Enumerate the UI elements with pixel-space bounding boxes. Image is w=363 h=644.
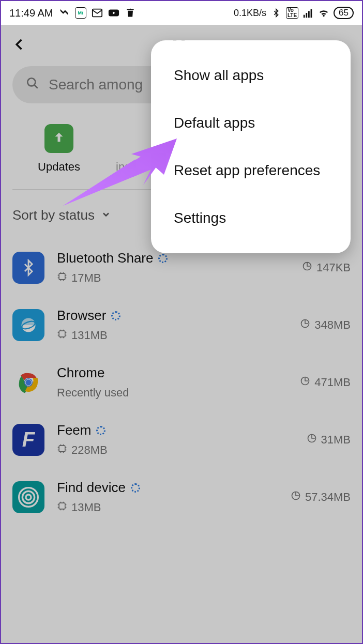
signal-icon xyxy=(303,7,314,19)
menu-default-apps[interactable]: Default apps xyxy=(151,99,351,147)
svg-rect-5 xyxy=(311,9,312,18)
overflow-menu: Show all apps Default apps Reset app pre… xyxy=(151,40,351,253)
battery-indicator: 65 xyxy=(334,7,354,19)
menu-show-all-apps[interactable]: Show all apps xyxy=(151,52,351,99)
volte-icon: VoLTE xyxy=(286,7,298,19)
svg-rect-3 xyxy=(306,13,307,18)
gmail-icon xyxy=(92,7,103,19)
wifi-icon xyxy=(318,7,329,19)
bluetooth-icon xyxy=(270,7,282,19)
status-time: 11:49 AM xyxy=(9,7,53,19)
svg-rect-2 xyxy=(304,15,305,18)
missed-call-icon xyxy=(58,7,70,19)
mi-credit-icon: Mi xyxy=(75,7,86,19)
status-bar: 11:49 AM Mi 0.1KB/s VoLTE 65 xyxy=(1,1,362,25)
status-speed: 0.1KB/s xyxy=(234,8,266,19)
youtube-icon xyxy=(108,7,119,19)
menu-reset-preferences[interactable]: Reset app preferences xyxy=(151,147,351,194)
svg-rect-4 xyxy=(308,11,310,18)
menu-settings[interactable]: Settings xyxy=(151,194,351,242)
trash-icon xyxy=(125,7,136,19)
